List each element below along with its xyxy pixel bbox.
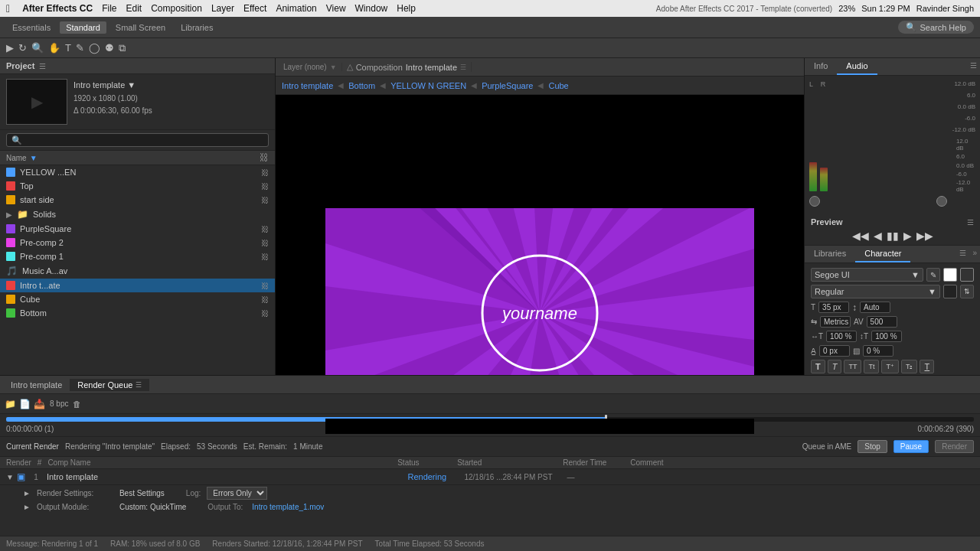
fmt-bold[interactable]: T xyxy=(811,360,825,373)
brush-tool[interactable]: ⚉ xyxy=(105,42,114,54)
mask-tool[interactable]: ◯ xyxy=(89,42,100,54)
prev-stop-btn[interactable]: ▮▮ xyxy=(887,230,899,242)
menu-layer[interactable]: Layer xyxy=(211,3,234,14)
prev-forward-btn[interactable]: ▶▶ xyxy=(916,230,933,242)
line-height-field[interactable]: Auto xyxy=(860,302,890,313)
timeline-icon-group: 📁 📄 📥 xyxy=(5,399,45,409)
apple-menu[interactable]:  xyxy=(6,2,10,15)
timeline-tab-intro[interactable]: Intro template xyxy=(3,379,70,391)
timeline-tab-render[interactable]: Render Queue ☰ xyxy=(70,379,149,391)
menu-effect[interactable]: Effect xyxy=(243,3,266,14)
layer-item[interactable]: Pre-comp 2 ⛓ xyxy=(0,236,275,249)
swap-colors-icon[interactable]: ⇅ xyxy=(960,285,974,298)
text-tool[interactable]: T xyxy=(65,42,71,54)
menu-composition[interactable]: Composition xyxy=(151,3,202,14)
tab-info[interactable]: Info xyxy=(805,58,837,75)
fmt-italic[interactable]: T xyxy=(828,360,842,373)
menu-animation[interactable]: Animation xyxy=(276,3,316,14)
layer-item[interactable]: PurpleSquare ⛓ xyxy=(0,222,275,236)
layer-item[interactable]: YELLOW ...EN ⛓ xyxy=(0,165,275,179)
tl-icon-new[interactable]: 📄 xyxy=(19,399,31,409)
menu-window[interactable]: Window xyxy=(355,3,388,14)
breadcrumb-purple-square[interactable]: PurpleSquare xyxy=(482,81,533,90)
panel-options-icon[interactable]: ☰ xyxy=(967,58,980,75)
workspace-essentials[interactable]: Essentials xyxy=(6,21,57,34)
project-panel-header: Project ☰ xyxy=(0,58,275,74)
baseline-field[interactable]: 0 px xyxy=(819,345,850,357)
menu-view[interactable]: View xyxy=(326,3,346,14)
tab-libraries[interactable]: Libraries xyxy=(805,246,855,262)
breadcrumb-intro-template[interactable]: Intro template xyxy=(282,81,333,90)
breadcrumb-cube[interactable]: Cube xyxy=(548,81,568,90)
layer-item[interactable]: 🎵 Music A...av xyxy=(0,263,275,279)
prev-play-btn[interactable]: ▶ xyxy=(903,230,912,242)
search-help[interactable]: 🔍 Search Help xyxy=(898,21,974,34)
tl-icon-import[interactable]: 📥 xyxy=(34,399,45,409)
tsume-field[interactable]: 0 % xyxy=(863,345,893,357)
layer-item[interactable]: Top ⛓ xyxy=(0,179,275,193)
knob-right[interactable] xyxy=(936,196,947,207)
select-tool[interactable]: ▶ xyxy=(6,42,14,54)
layer-item[interactable]: Pre-comp 1 ⛓ xyxy=(0,249,275,263)
render-button[interactable]: Render xyxy=(935,440,974,453)
layer-item[interactable]: ▶📁 Solids xyxy=(0,207,275,222)
fmt-superscript[interactable]: T⁺ xyxy=(881,360,899,373)
breadcrumb-bottom[interactable]: Bottom xyxy=(348,81,375,90)
rq-settings-expand[interactable]: ► xyxy=(23,489,31,497)
rotate-tool[interactable]: ↻ xyxy=(18,42,27,54)
fmt-all-caps[interactable]: TT xyxy=(844,360,861,373)
hand-tool[interactable]: ✋ xyxy=(48,42,60,54)
font-size-field[interactable]: 35 px xyxy=(818,302,849,313)
breadcrumb-yellow[interactable]: YELLOW N GREEN xyxy=(390,81,466,90)
tab-character[interactable]: Character xyxy=(855,246,910,262)
delete-icon[interactable]: 🗑 xyxy=(73,399,81,409)
rq-check-1[interactable]: ▣ xyxy=(17,471,25,482)
time-end: 0:00:06:29 (390) xyxy=(918,425,974,433)
rq-output-expand[interactable]: ► xyxy=(23,503,31,511)
comp-thumbnail: ▶ xyxy=(6,79,67,125)
workspace-standard[interactable]: Standard xyxy=(60,21,106,34)
rq-expand-1[interactable]: ▼ xyxy=(6,473,14,481)
stop-button[interactable]: Stop xyxy=(858,440,887,453)
menu-file[interactable]: File xyxy=(102,3,116,14)
font-edit-icon[interactable]: ✎ xyxy=(926,268,940,282)
zoom-tool[interactable]: 🔍 xyxy=(31,42,44,54)
tracking-field[interactable]: Metrics xyxy=(820,316,851,328)
tl-icon-folder[interactable]: 📁 xyxy=(5,399,16,409)
font-style-dropdown[interactable]: Regular ▼ xyxy=(811,285,940,298)
v-scale-field[interactable]: 100 % xyxy=(871,331,902,342)
layer-item[interactable]: Intro t...ate ⛓ xyxy=(0,279,275,292)
font-name-dropdown[interactable]: Segoe UI ▼ xyxy=(811,268,923,282)
toolbar: Essentials Standard Small Screen Librari… xyxy=(0,17,980,38)
menu-help[interactable]: Help xyxy=(397,3,416,14)
tab-audio[interactable]: Audio xyxy=(837,58,877,75)
workspace-small-screen[interactable]: Small Screen xyxy=(109,21,172,34)
tsukimi-field[interactable]: 500 xyxy=(867,316,897,328)
layer-item[interactable]: Bottom ⛓ xyxy=(0,306,275,320)
tracking-icon: ⇆ xyxy=(811,318,817,326)
fmt-small-caps[interactable]: Tt xyxy=(864,360,879,373)
prev-first-btn[interactable]: ◀◀ xyxy=(852,230,869,242)
project-search-input[interactable] xyxy=(6,133,269,147)
pause-button[interactable]: Pause xyxy=(893,440,929,453)
name-column-header[interactable]: Name ▼ xyxy=(6,154,260,162)
workspace-libraries[interactable]: Libraries xyxy=(175,21,219,34)
stroke-color-icon[interactable] xyxy=(943,285,957,298)
char-panel-expand[interactable]: » xyxy=(969,246,980,262)
h-scale-field[interactable]: 100 % xyxy=(826,331,857,342)
color-swatch-white[interactable] xyxy=(943,268,957,282)
prev-back-btn[interactable]: ◀ xyxy=(874,230,882,242)
rq-status-1: Rendering xyxy=(407,472,461,481)
fmt-subscript[interactable]: T₂ xyxy=(901,360,918,373)
rq-log-select[interactable]: Errors Only xyxy=(207,487,267,500)
clone-tool[interactable]: ⧉ xyxy=(119,42,126,54)
layer-item[interactable]: start side ⛓ xyxy=(0,193,275,207)
char-panel-options[interactable]: ☰ xyxy=(956,246,969,262)
timeline-tab-close[interactable]: ☰ xyxy=(136,381,142,389)
color-swatch-dark[interactable] xyxy=(960,268,974,282)
knob-left[interactable] xyxy=(809,196,820,207)
layer-item[interactable]: Cube ⛓ xyxy=(0,292,275,306)
menu-edit[interactable]: Edit xyxy=(126,3,142,14)
pen-tool[interactable]: ✎ xyxy=(76,42,84,54)
fmt-underline[interactable]: T xyxy=(920,360,934,373)
